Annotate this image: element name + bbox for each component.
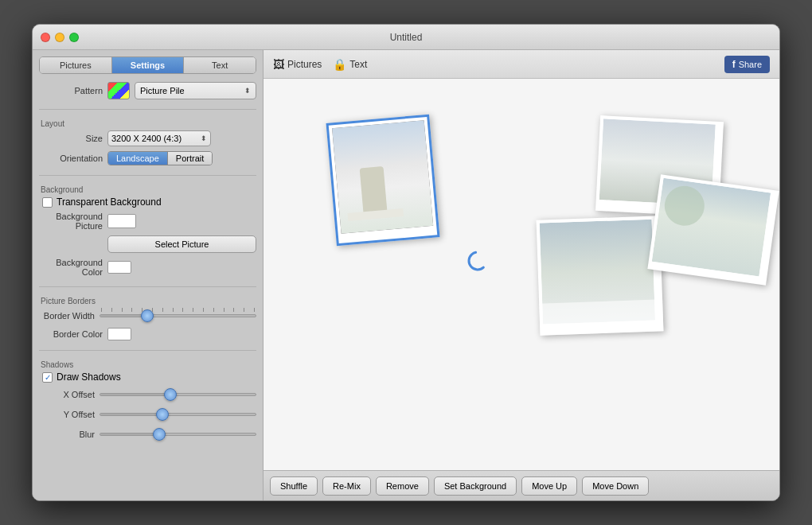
border-width-slider[interactable] <box>100 308 256 324</box>
background-section-label: Background <box>41 185 256 194</box>
text-icon: 🔒 <box>333 58 346 71</box>
select-arrow-icon: ⬍ <box>244 87 251 95</box>
photo-3-image <box>540 220 655 325</box>
main-window: Untitled Pictures Settings Text Pattern … <box>32 24 780 501</box>
remove-button[interactable]: Remove <box>376 476 429 496</box>
size-select[interactable]: 3200 X 2400 (4:3) ⬍ <box>107 130 211 146</box>
facebook-icon: f <box>732 59 736 70</box>
tab-pictures[interactable]: Pictures <box>40 57 112 73</box>
x-offset-row: X Offset <box>39 387 256 402</box>
pattern-label: Pattern <box>39 86 103 95</box>
move-down-button[interactable]: Move Down <box>582 476 649 496</box>
svg-point-0 <box>467 251 488 271</box>
traffic-lights <box>41 33 79 42</box>
blur-row: Blur <box>39 426 256 442</box>
border-slider-fill <box>100 315 147 317</box>
select-picture-row: Select Picture <box>39 235 256 253</box>
blur-slider[interactable] <box>100 426 256 442</box>
shadows-section-label: Shadows <box>41 360 256 369</box>
sidebar: Pictures Settings Text Pattern Picture P… <box>33 50 264 500</box>
bg-color-swatch[interactable] <box>107 261 131 274</box>
toolbar-pictures[interactable]: 🖼 Pictures <box>273 58 322 71</box>
titlebar: Untitled <box>33 25 779 50</box>
separator-1 <box>39 109 256 110</box>
draw-shadows-checkbox[interactable]: ✓ <box>42 372 53 383</box>
tab-text[interactable]: Text <box>184 57 256 73</box>
bg-picture-label: Background Picture <box>39 212 103 231</box>
border-slider-track <box>100 314 256 317</box>
blur-label: Blur <box>39 430 95 439</box>
main-content: Pictures Settings Text Pattern Picture P… <box>33 50 779 500</box>
pictures-icon: 🖼 <box>273 58 284 71</box>
tick-marks <box>100 308 256 312</box>
loading-spinner <box>467 250 489 274</box>
pattern-icon <box>107 82 130 99</box>
toolbar-pictures-label: Pictures <box>287 59 322 70</box>
orientation-group: Landscape Portrait <box>107 151 213 165</box>
share-label: Share <box>739 60 762 69</box>
photo-1[interactable] <box>326 115 439 247</box>
border-width-label: Border Width <box>39 311 95 321</box>
blur-thumb[interactable] <box>153 428 166 441</box>
transparent-bg-checkbox[interactable] <box>42 197 53 208</box>
tab-settings[interactable]: Settings <box>112 57 185 73</box>
maximize-button[interactable] <box>69 33 79 42</box>
separator-2 <box>39 175 256 176</box>
toolbar-text[interactable]: 🔒 Text <box>333 58 367 71</box>
remix-button[interactable]: Re-Mix <box>322 476 371 496</box>
set-background-button[interactable]: Set Background <box>434 476 517 496</box>
close-button[interactable] <box>41 33 50 42</box>
bg-color-label: Background Color <box>39 258 103 277</box>
y-offset-fill <box>100 414 162 415</box>
photo-3[interactable] <box>537 216 664 335</box>
border-color-swatch[interactable] <box>107 328 131 340</box>
layout-label: Layout <box>41 119 256 128</box>
border-width-row: Border Width <box>39 308 256 324</box>
border-slider-thumb[interactable] <box>141 309 154 322</box>
size-label: Size <box>39 134 103 143</box>
portrait-button[interactable]: Portrait <box>168 152 212 165</box>
photo-1-image <box>332 120 433 234</box>
landscape-button[interactable]: Landscape <box>108 152 168 165</box>
canvas-toolbar: 🖼 Pictures 🔒 Text f Share <box>264 50 779 79</box>
y-offset-track <box>100 413 256 416</box>
orientation-row: Orientation Landscape Portrait <box>39 151 256 165</box>
select-picture-button[interactable]: Select Picture <box>107 235 256 253</box>
separator-4 <box>39 350 256 351</box>
shuffle-button[interactable]: Shuffle <box>270 476 318 496</box>
canvas-area: 🖼 Pictures 🔒 Text f Share <box>264 50 779 500</box>
y-offset-thumb[interactable] <box>156 408 169 421</box>
pattern-value: Picture Pile <box>140 86 185 95</box>
border-color-row: Border Color <box>39 328 256 340</box>
border-color-label: Border Color <box>39 329 103 339</box>
orientation-label: Orientation <box>39 154 103 163</box>
photo-4-image <box>652 178 771 277</box>
tab-group: Pictures Settings Text <box>39 56 256 74</box>
separator-3 <box>39 286 256 287</box>
scene-element <box>360 166 388 216</box>
size-value: 3200 X 2400 (4:3) <box>111 134 182 143</box>
bg-picture-row: Background Picture <box>39 212 256 231</box>
pattern-row: Pattern Picture Pile ⬍ <box>39 82 256 99</box>
move-up-button[interactable]: Move Up <box>521 476 577 496</box>
pattern-select[interactable]: Picture Pile ⬍ <box>135 82 256 99</box>
blur-fill <box>100 434 159 435</box>
canvas <box>264 79 779 470</box>
transparent-bg-row: Transparent Background <box>39 196 256 208</box>
bottom-toolbar: Shuffle Re-Mix Remove Set Background Mov… <box>264 470 779 500</box>
size-arrow-icon: ⬍ <box>201 134 207 142</box>
photo-4[interactable] <box>647 174 779 286</box>
y-offset-row: Y Offset <box>39 406 256 422</box>
transparent-bg-label: Transparent Background <box>57 196 162 208</box>
bg-picture-swatch <box>107 214 136 228</box>
share-button[interactable]: f Share <box>724 56 770 73</box>
x-offset-slider[interactable] <box>100 387 256 402</box>
draw-shadows-label: Draw Shadows <box>57 371 121 383</box>
minimize-button[interactable] <box>55 33 64 42</box>
toolbar-text-label: Text <box>349 59 367 70</box>
window-title: Untitled <box>390 32 423 43</box>
picture-borders-label: Picture Borders <box>41 297 256 305</box>
draw-shadows-row: ✓ Draw Shadows <box>39 371 256 383</box>
y-offset-slider[interactable] <box>100 406 256 422</box>
x-offset-thumb[interactable] <box>164 388 177 401</box>
